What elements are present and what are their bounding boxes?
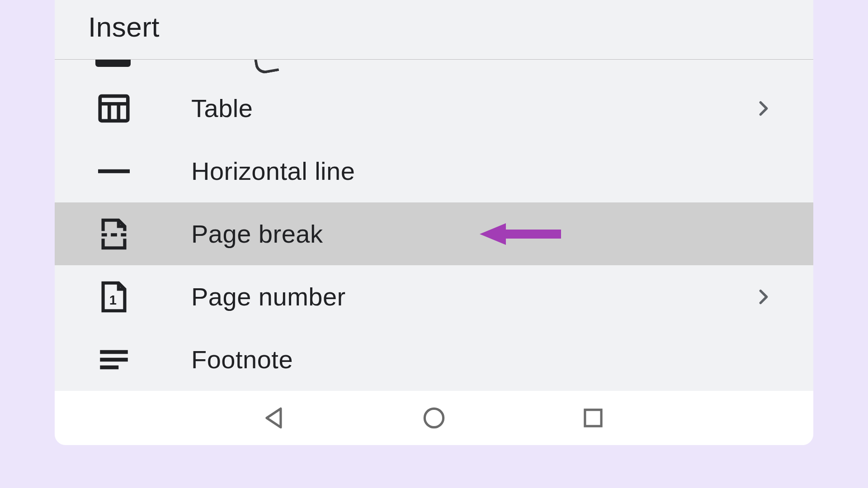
clipped-icon [95, 60, 131, 67]
horizontal-line-icon [95, 153, 132, 190]
panel-header: Insert [55, 0, 813, 60]
menu-item-label: Table [191, 94, 253, 123]
insert-panel: Insert Table [55, 0, 813, 445]
svg-point-14 [425, 408, 443, 427]
menu-item-label: Page break [191, 219, 323, 249]
menu-item-page-number[interactable]: 1 Page number [55, 265, 813, 328]
chevron-right-icon [755, 99, 773, 117]
menu-item-label: Horizontal line [191, 156, 355, 186]
svg-rect-15 [585, 410, 601, 426]
menu-list: Table Horizontal line [55, 77, 813, 391]
nav-recents-button[interactable] [579, 404, 607, 432]
callout-arrow-icon [480, 221, 561, 247]
menu-item-horizontal-line[interactable]: Horizontal line [55, 140, 813, 202]
menu-item-label: Footnote [191, 345, 293, 374]
svg-marker-13 [267, 408, 281, 427]
svg-marker-8 [480, 223, 561, 245]
chevron-right-icon [755, 288, 773, 306]
nav-home-button[interactable] [420, 404, 448, 432]
svg-text:1: 1 [109, 293, 117, 307]
page-number-icon: 1 [95, 278, 132, 315]
nav-back-button[interactable] [261, 404, 289, 432]
page-break-icon [95, 216, 132, 253]
menu-item-label: Page number [191, 282, 346, 311]
android-nav-bar [55, 391, 813, 445]
svg-rect-0 [100, 96, 128, 121]
footnote-icon [95, 341, 132, 378]
menu-item-footnote[interactable]: Footnote [55, 328, 813, 391]
menu-item-clipped-above[interactable] [55, 60, 813, 77]
panel-title: Insert [88, 11, 160, 43]
menu-item-page-break[interactable]: Page break [55, 202, 813, 265]
table-icon [95, 90, 132, 127]
menu-item-table[interactable]: Table [55, 77, 813, 140]
